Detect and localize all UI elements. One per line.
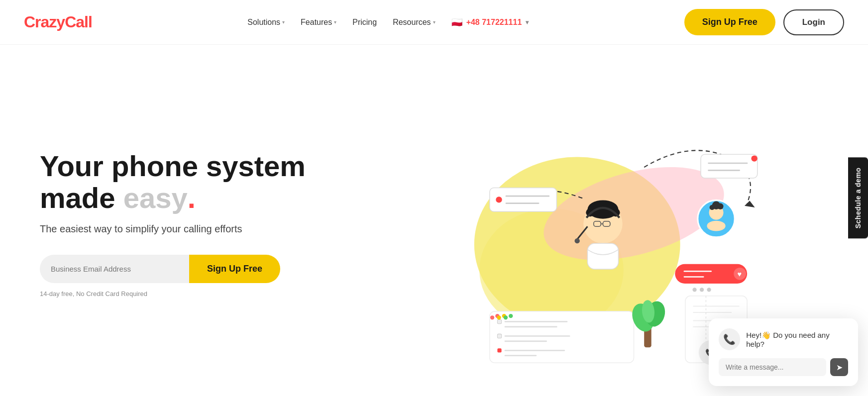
nav-signup-button[interactable]: Sign Up Free xyxy=(684,9,775,35)
nav-solutions[interactable]: Solutions ▾ xyxy=(247,18,285,27)
chat-phone-icon: 📞 xyxy=(719,328,740,350)
chat-header: 📞 Hey!👋 Do you need any help? xyxy=(719,328,848,350)
hero-title: Your phone system made easy. xyxy=(40,150,306,214)
svg-point-40 xyxy=(509,314,513,318)
svg-rect-32 xyxy=(497,334,501,338)
nav-phone[interactable]: 🇵🇱 +48 717221111 ▾ xyxy=(451,17,529,28)
nav-resources[interactable]: Resources ▾ xyxy=(393,18,435,27)
hero-signup-button[interactable]: Sign Up Free xyxy=(189,255,280,283)
chat-message-input[interactable] xyxy=(719,358,826,376)
nav-links: Solutions ▾ Features ▾ Pricing Resources… xyxy=(247,17,529,28)
chevron-down-icon: ▾ xyxy=(526,19,529,26)
svg-text:♥: ♥ xyxy=(737,270,742,278)
nav-login-button[interactable]: Login xyxy=(783,9,844,35)
svg-point-17 xyxy=(710,205,715,210)
svg-point-23 xyxy=(574,238,579,243)
nav-actions: Sign Up Free Login xyxy=(684,9,844,35)
hero-form: Sign Up Free xyxy=(40,255,306,283)
svg-point-9 xyxy=(496,197,502,202)
svg-point-48 xyxy=(707,288,711,292)
svg-point-62 xyxy=(497,315,501,319)
svg-rect-29 xyxy=(497,319,501,323)
svg-point-46 xyxy=(692,288,696,292)
hero-content: Your phone system made easy. The easiest… xyxy=(40,150,306,298)
chat-widget: 📞 Hey!👋 Do you need any help? ➤ xyxy=(709,318,858,386)
nav-pricing[interactable]: Pricing xyxy=(352,18,377,27)
svg-point-14 xyxy=(707,221,725,231)
chat-send-button[interactable]: ➤ xyxy=(830,358,848,376)
chevron-down-icon: ▾ xyxy=(334,19,336,25)
svg-point-7 xyxy=(751,155,757,161)
chat-hello-text: Hey!👋 Do you need any help? xyxy=(746,331,848,348)
svg-point-47 xyxy=(700,288,704,292)
chevron-down-icon: ▾ xyxy=(433,19,435,25)
svg-point-61 xyxy=(490,315,494,319)
navbar: CrazyCall Solutions ▾ Features ▾ Pricing… xyxy=(0,0,868,45)
email-input[interactable] xyxy=(40,255,189,283)
chat-input-row: ➤ xyxy=(719,358,848,376)
hero-subtitle: The easiest way to simplify your calling… xyxy=(40,223,306,235)
flag-icon: 🇵🇱 xyxy=(451,17,462,28)
schedule-demo-button[interactable]: Schedule a demo xyxy=(848,158,868,239)
chevron-down-icon: ▾ xyxy=(282,19,285,25)
svg-rect-4 xyxy=(701,154,758,178)
svg-marker-3 xyxy=(745,200,755,207)
svg-rect-27 xyxy=(587,243,618,269)
nav-features[interactable]: Features ▾ xyxy=(301,18,336,27)
svg-point-63 xyxy=(504,315,508,319)
logo[interactable]: CrazyCall xyxy=(24,13,92,31)
hero-disclaimer: 14-day free, No Credit Card Required xyxy=(40,290,306,297)
svg-rect-35 xyxy=(497,348,501,352)
